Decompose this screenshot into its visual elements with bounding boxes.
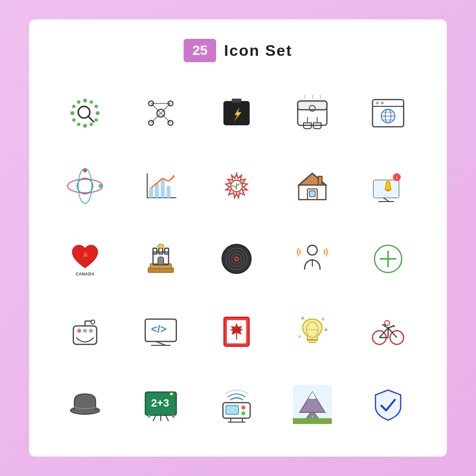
svg-point-108: [298, 335, 301, 338]
svg-point-3: [96, 111, 100, 115]
svg-point-93: [89, 329, 93, 333]
svg-point-34: [376, 102, 379, 104]
icon-cell-notification-bell: !: [357, 154, 420, 218]
icon-cell-coffee-machine: [281, 82, 344, 145]
svg-point-91: [77, 329, 81, 333]
svg-line-115: [388, 326, 394, 328]
icon-cell-gear-plant: [205, 154, 268, 218]
globe-orbit-icon: [63, 164, 107, 208]
svg-text:2+3: 2+3: [151, 397, 169, 409]
svg-point-81: [236, 258, 238, 260]
svg-point-6: [83, 124, 87, 128]
svg-point-4: [95, 119, 98, 122]
svg-point-43: [78, 169, 92, 204]
battery-bolt-icon: [215, 91, 258, 135]
svg-text:</>: </>: [151, 323, 167, 335]
radio-person-icon: [290, 237, 334, 281]
icon-cell-globe-orbit: [53, 154, 117, 218]
svg-point-8: [72, 119, 76, 122]
svg-point-126: [170, 392, 173, 395]
svg-point-105: [301, 317, 304, 320]
icon-cell-code-monitor: </>: [129, 300, 192, 363]
svg-line-62: [383, 198, 389, 202]
svg-rect-73: [159, 248, 163, 254]
svg-rect-58: [309, 191, 315, 197]
add-circle-icon: [366, 237, 410, 281]
icon-cell-molecule: [129, 82, 192, 145]
svg-line-123: [166, 415, 169, 421]
title-row: 25 Icon Set: [184, 39, 292, 62]
svg-point-0: [83, 99, 87, 102]
icon-cell-hat: [53, 373, 117, 436]
svg-point-132: [241, 411, 245, 415]
svg-rect-49: [155, 183, 159, 198]
icon-cell-shield-check: [357, 373, 420, 436]
svg-text:CANADA: CANADA: [76, 272, 95, 276]
icon-cell-vinyl-record: [205, 227, 268, 290]
svg-rect-50: [161, 178, 165, 198]
svg-rect-72: [153, 248, 157, 254]
vinyl-record-icon: [215, 237, 258, 281]
svg-line-117: [384, 326, 388, 328]
gear-plant-icon: [215, 164, 258, 208]
code-monitor-icon: </>: [139, 310, 183, 354]
svg-point-42: [68, 179, 102, 193]
icon-cell-battery-bolt: [205, 82, 268, 145]
svg-rect-25: [232, 99, 241, 102]
mountain-road-icon: [290, 383, 334, 426]
svg-rect-51: [167, 186, 170, 198]
svg-point-119: [385, 321, 390, 325]
mixer-icon: [63, 310, 107, 354]
coffee-machine-icon: [290, 91, 334, 135]
svg-point-1: [90, 101, 93, 104]
svg-rect-59: [318, 176, 322, 185]
hat-icon: [63, 383, 107, 426]
icon-cell-math-board: 2+3: [129, 373, 192, 436]
icon-cell-maple-leaf-frame: [205, 300, 268, 363]
svg-line-111: [379, 328, 388, 338]
icon-cell-search-wreath: [53, 82, 117, 145]
svg-point-127: [148, 415, 151, 418]
svg-point-75: [158, 244, 164, 248]
icon-cell-web-globe: [357, 82, 420, 145]
svg-point-10: [72, 105, 76, 108]
svg-point-11: [77, 101, 81, 104]
wifi-machine-icon: [215, 383, 258, 426]
svg-point-44: [83, 169, 87, 172]
icon-cell-mountain-road: [281, 373, 344, 436]
main-card: 25 Icon Set: [29, 19, 447, 457]
maple-leaf-frame-icon: [215, 310, 258, 354]
icon-cell-globe-bulb: [281, 300, 344, 363]
svg-point-5: [90, 123, 93, 126]
bicycle-icon: [366, 310, 410, 354]
notification-bell-icon: !: [366, 164, 410, 208]
svg-point-41: [77, 178, 93, 194]
search-wreath-icon: [63, 91, 107, 135]
svg-point-92: [83, 329, 87, 333]
svg-point-90: [91, 320, 95, 324]
web-globe-icon: [366, 91, 410, 135]
icon-grid: ! 🍁 CANADA: [53, 82, 423, 436]
icon-cell-canada-heart: 🍁 CANADA: [53, 227, 117, 290]
svg-point-107: [324, 328, 327, 331]
icon-cell-home: [281, 154, 344, 218]
icon-cell-wifi-machine: [205, 373, 268, 436]
svg-line-13: [88, 117, 94, 122]
svg-line-112: [388, 328, 397, 338]
svg-rect-74: [165, 248, 169, 254]
icon-cell-add-circle: [357, 227, 420, 290]
svg-point-7: [77, 123, 81, 126]
molecule-icon: [139, 91, 183, 135]
svg-line-122: [153, 415, 156, 421]
svg-text:🍁: 🍁: [81, 251, 90, 259]
globe-bulb-icon: [290, 310, 334, 354]
shield-check-icon: [366, 383, 410, 426]
home-icon: [290, 164, 334, 208]
svg-point-82: [307, 245, 317, 255]
bar-chart-icon: [139, 164, 183, 208]
icon-cell-bar-chart: [129, 154, 192, 218]
title-badge: 25: [184, 39, 216, 62]
svg-text:!: !: [396, 175, 398, 180]
svg-point-2: [95, 105, 98, 108]
svg-point-106: [322, 318, 324, 321]
